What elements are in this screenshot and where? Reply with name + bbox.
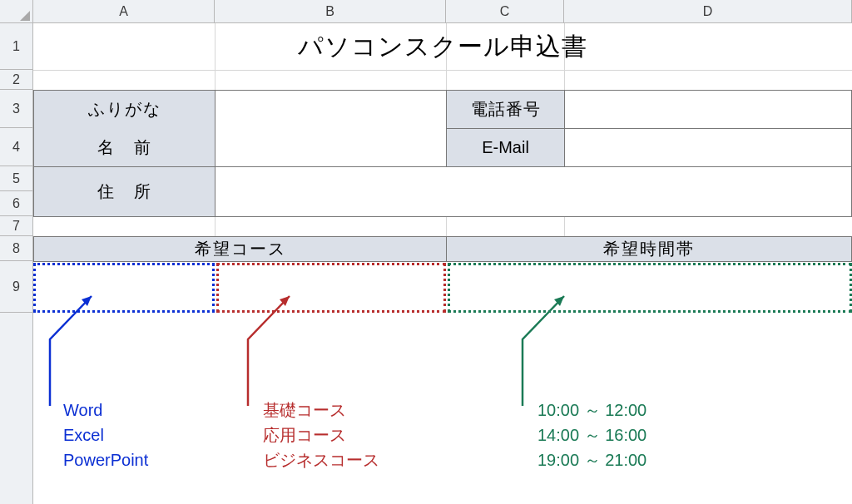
- callout-text-apps: Word Excel PowerPoint: [63, 398, 148, 472]
- section-header-course: 希望コース: [33, 236, 447, 262]
- input-address[interactable]: [215, 166, 852, 217]
- column-header-row: A B C D: [0, 0, 852, 23]
- select-all-corner[interactable]: [0, 0, 33, 22]
- column-header-a[interactable]: A: [33, 0, 215, 22]
- callout-arrow-times: [518, 289, 576, 414]
- row-header-8[interactable]: 8: [0, 236, 32, 261]
- spreadsheet-view: A B C D 1 2 3 4 5 6 7 8 9 パソコンスクール申込書 ふり…: [0, 0, 852, 504]
- input-email[interactable]: [564, 128, 852, 167]
- callout-item: 10:00 ～ 12:00: [537, 398, 646, 422]
- callout-item: 応用コース: [263, 422, 379, 447]
- label-name: 名 前: [33, 128, 215, 167]
- input-name[interactable]: [215, 128, 447, 167]
- section-header-time: 希望時間帯: [446, 236, 852, 262]
- callout-item: 基礎コース: [263, 398, 379, 422]
- column-header-c[interactable]: C: [446, 0, 564, 22]
- column-header-b[interactable]: B: [215, 0, 446, 22]
- callout-item: ビジネスコース: [263, 447, 379, 472]
- input-furigana[interactable]: [215, 90, 447, 129]
- form-title: パソコンスクール申込書: [33, 23, 852, 70]
- callout-item: Excel: [63, 422, 148, 447]
- label-address: 住 所: [33, 166, 215, 217]
- callout-text-times: 10:00 ～ 12:00 14:00 ～ 16:00 19:00 ～ 21:0…: [537, 398, 646, 472]
- label-tel: 電話番号: [446, 90, 565, 129]
- label-email: E-Mail: [446, 128, 565, 167]
- row-header-5[interactable]: 5: [0, 166, 32, 191]
- grid-body[interactable]: パソコンスクール申込書 ふりがな 電話番号 名 前 E-Mail 住 所 希望コ…: [33, 23, 852, 504]
- row-header-1[interactable]: 1: [0, 23, 32, 70]
- callout-item: 14:00 ～ 16:00: [537, 422, 646, 447]
- input-tel[interactable]: [564, 90, 852, 129]
- callout-item: Word: [63, 398, 148, 422]
- dropdown-target-time[interactable]: [448, 263, 852, 313]
- select-all-triangle-icon: [20, 11, 30, 21]
- callout-item: PowerPoint: [63, 447, 148, 472]
- callout-item: 19:00 ～ 21:00: [537, 447, 646, 472]
- column-header-d[interactable]: D: [564, 0, 852, 22]
- row-header-7[interactable]: 7: [0, 216, 32, 236]
- row-header-3[interactable]: 3: [0, 90, 32, 128]
- row-header-9[interactable]: 9: [0, 261, 32, 313]
- callout-arrow-levels: [243, 289, 301, 414]
- callout-text-levels: 基礎コース 応用コース ビジネスコース: [263, 398, 379, 472]
- row-header-6[interactable]: 6: [0, 191, 32, 216]
- callout-arrow-apps: [45, 289, 103, 414]
- row-header-column: 1 2 3 4 5 6 7 8 9: [0, 23, 33, 504]
- label-furigana: ふりがな: [33, 90, 215, 129]
- row-header-4[interactable]: 4: [0, 128, 32, 166]
- row-header-2[interactable]: 2: [0, 70, 32, 90]
